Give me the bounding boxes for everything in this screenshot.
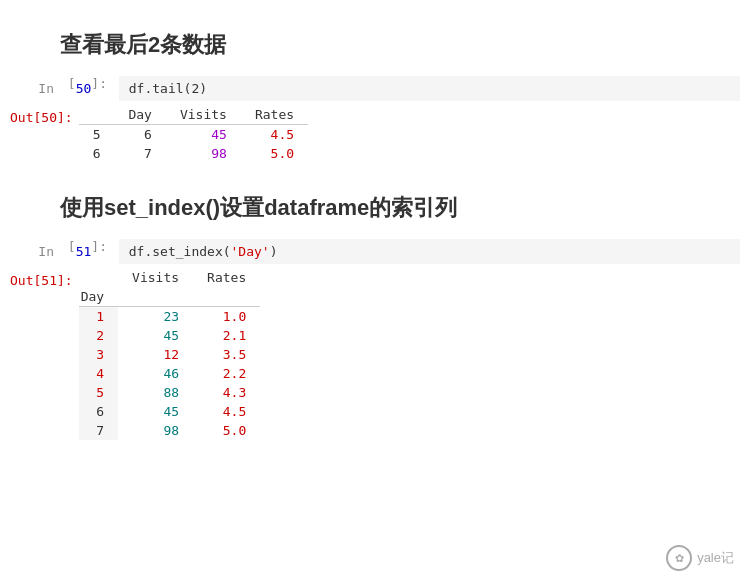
visits-7: 98 [118,421,193,440]
section2-output: Visits Rates Day 1 23 1.0 [79,268,740,440]
day-idx-3: 3 [79,345,118,364]
in-num-50: 50 [76,76,92,96]
col-day-header: Day [114,105,165,125]
spacer-v [118,287,193,307]
col-visits-header2: Visits [118,268,193,287]
section2-table: Visits Rates Day 1 23 1.0 [79,268,261,440]
index-name-cell: Day [79,287,118,307]
section1-output: Day Visits Rates 5 6 45 4.5 6 7 [79,105,740,163]
section2-title: 使用set_index()设置dataframe的索引列 [60,193,690,227]
row-idx-5: 5 [79,125,115,145]
watermark-icon: ✿ [666,545,692,571]
rates-6: 4.5 [193,402,260,421]
day-idx-6: 6 [79,402,118,421]
table-row: 5 88 4.3 [79,383,261,402]
col-rates-header: Rates [241,105,308,125]
col-blank [79,105,115,125]
table-row: 5 6 45 4.5 [79,125,308,145]
visits-5: 88 [118,383,193,402]
in-num-51: 51 [76,239,92,259]
table-row: 6 45 4.5 [79,402,261,421]
watermark-symbol: ✿ [675,552,684,565]
day-idx-1: 1 [79,307,118,327]
in-label-50: In [10,76,60,96]
col-header-row: Visits Rates [79,268,261,287]
rates-5: 4.3 [193,383,260,402]
table-row: 6 7 98 5.0 [79,144,308,163]
visits-2: 45 [118,326,193,345]
out-label-50: Out[50]: [10,105,79,125]
table-row: 7 98 5.0 [79,421,261,440]
visits-4: 46 [118,364,193,383]
section2-input-cell: In [ 51 ]: df.set_index('Day') [0,239,750,264]
day-idx-2: 2 [79,326,118,345]
code-arg: 'Day' [231,244,270,259]
section1: 查看最后2条数据 In [ 50 ]: df.tail(2) Out[50]: … [0,30,750,163]
cell-rates-6: 5.0 [241,144,308,163]
in-label-51: In [10,239,60,259]
row-idx-6: 6 [79,144,115,163]
out-label-51: Out[51]: [10,268,79,288]
visits-1: 23 [118,307,193,327]
code-cell-50[interactable]: df.tail(2) [119,76,740,101]
spacer-r [193,287,260,307]
code-close: ) [270,244,278,259]
rates-7: 5.0 [193,421,260,440]
section1-output-label-row: Out[50]: Day Visits Rates 5 6 45 [0,105,750,163]
rates-3: 3.5 [193,345,260,364]
day-idx-4: 4 [79,364,118,383]
section1-input-cell: In [ 50 ]: df.tail(2) [0,76,750,101]
watermark-text: yale记 [697,549,734,567]
day-idx-5: 5 [79,383,118,402]
col-visits-header: Visits [166,105,241,125]
cell-day-6: 7 [114,144,165,163]
cell-rates-5: 4.5 [241,125,308,145]
col-rates-header2: Rates [193,268,260,287]
code-text-50: df.tail(2) [129,81,207,96]
section2: 使用set_index()设置dataframe的索引列 In [ 51 ]: … [0,193,750,440]
watermark: ✿ yale记 [666,545,734,571]
day-idx-7: 7 [79,421,118,440]
table-row: 3 12 3.5 [79,345,261,364]
table-row: 2 45 2.1 [79,326,261,345]
table-row: 4 46 2.2 [79,364,261,383]
visits-3: 12 [118,345,193,364]
cell-visits-6: 98 [166,144,241,163]
cell-visits-5: 45 [166,125,241,145]
section1-title: 查看最后2条数据 [60,30,690,64]
cell-day-5: 6 [114,125,165,145]
col-blank2 [79,268,118,287]
section1-table: Day Visits Rates 5 6 45 4.5 6 7 [79,105,308,163]
code-func: df.set_index( [129,244,231,259]
index-name-row: Day [79,287,261,307]
table-row: 1 23 1.0 [79,307,261,327]
visits-6: 45 [118,402,193,421]
code-cell-51[interactable]: df.set_index('Day') [119,239,740,264]
table-header-row: Day Visits Rates [79,105,308,125]
rates-2: 2.1 [193,326,260,345]
section2-output-label-row: Out[51]: Visits Rates Day [0,268,750,440]
rates-1: 1.0 [193,307,260,327]
rates-4: 2.2 [193,364,260,383]
